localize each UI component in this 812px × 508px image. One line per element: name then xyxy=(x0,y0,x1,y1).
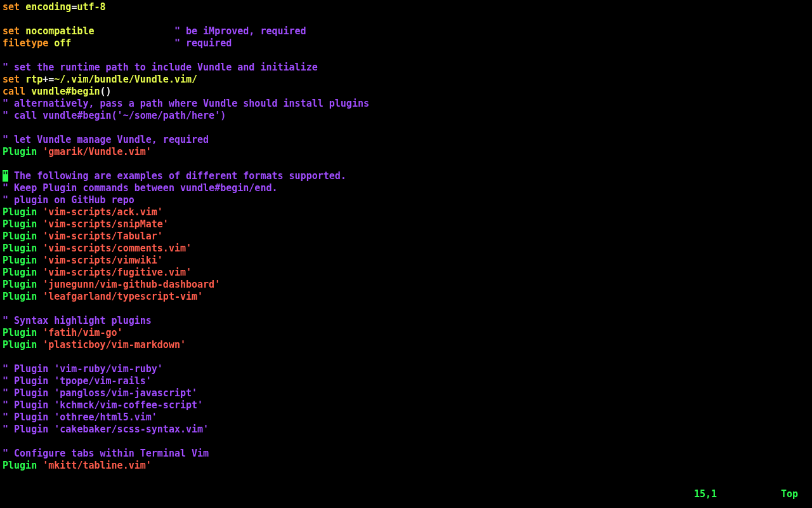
code-line: " Plugin 'vim-ruby/vim-ruby' xyxy=(3,363,809,375)
code-line: Plugin 'vim-scripts/comments.vim' xyxy=(3,243,809,255)
code-line: " Configure tabs within Terminal Vim xyxy=(3,448,809,460)
code-line: filetype off " required xyxy=(3,37,809,50)
code-line xyxy=(3,351,809,363)
code-line xyxy=(3,122,809,134)
code-line: " Syntax highlight plugins xyxy=(3,315,809,327)
code-line: Plugin 'vim-scripts/vimwiki' xyxy=(3,255,809,267)
status-ruler: 15,1 Top xyxy=(0,488,812,500)
code-line: " alternatively, pass a path where Vundl… xyxy=(3,98,809,110)
code-line: " plugin on GitHub repo xyxy=(3,194,809,206)
code-line: " call vundle#begin('~/some/path/here') xyxy=(3,110,809,122)
code-line: " let Vundle manage Vundle, required xyxy=(3,134,809,146)
code-line xyxy=(3,436,809,448)
code-line: Plugin 'junegunn/vim-github-dashboard' xyxy=(3,279,809,291)
code-line: " Plugin 'othree/html5.vim' xyxy=(3,411,809,424)
code-line: Plugin 'vim-scripts/Tabular' xyxy=(3,231,809,243)
code-line: Plugin 'mkitt/tabline.vim' xyxy=(3,460,809,472)
code-line: Plugin 'fatih/vim-go' xyxy=(3,327,809,339)
code-line: call vundle#begin() xyxy=(3,86,809,98)
cursor-position: 15,1 xyxy=(694,488,717,500)
code-line: " Plugin 'tpope/vim-rails' xyxy=(3,375,809,387)
code-line: set rtp+=~/.vim/bundle/Vundle.vim/ xyxy=(3,74,809,86)
code-line xyxy=(3,13,809,25)
code-line xyxy=(3,303,809,315)
code-line: Plugin 'leafgarland/typescript-vim' xyxy=(3,291,809,303)
code-line: " set the runtime path to include Vundle… xyxy=(3,62,809,74)
code-line: " Plugin 'pangloss/vim-javascript' xyxy=(3,387,809,399)
code-line: " Keep Plugin commands between vundle#be… xyxy=(3,182,809,194)
code-line: Plugin 'gmarik/Vundle.vim' xyxy=(3,146,809,158)
code-line: Plugin 'vim-scripts/snipMate' xyxy=(3,218,809,231)
code-line: " The following are examples of differen… xyxy=(3,170,809,182)
code-line: " Plugin 'kchmck/vim-coffee-script' xyxy=(3,399,809,411)
code-line: Plugin 'vim-scripts/fugitive.vim' xyxy=(3,267,809,279)
code-line: set nocompatible " be iMproved, required xyxy=(3,25,809,37)
code-line: Plugin 'vim-scripts/ack.vim' xyxy=(3,206,809,218)
code-line: set encoding=utf-8 xyxy=(3,1,809,13)
code-line: Plugin 'plasticboy/vim-markdown' xyxy=(3,339,809,351)
code-line xyxy=(3,158,809,170)
scroll-indicator: Top xyxy=(781,488,798,500)
code-line xyxy=(3,50,809,62)
editor-buffer[interactable]: set encoding=utf-8 set nocompatible " be… xyxy=(0,0,812,484)
code-line: " Plugin 'cakebaker/scss-syntax.vim' xyxy=(3,424,809,436)
